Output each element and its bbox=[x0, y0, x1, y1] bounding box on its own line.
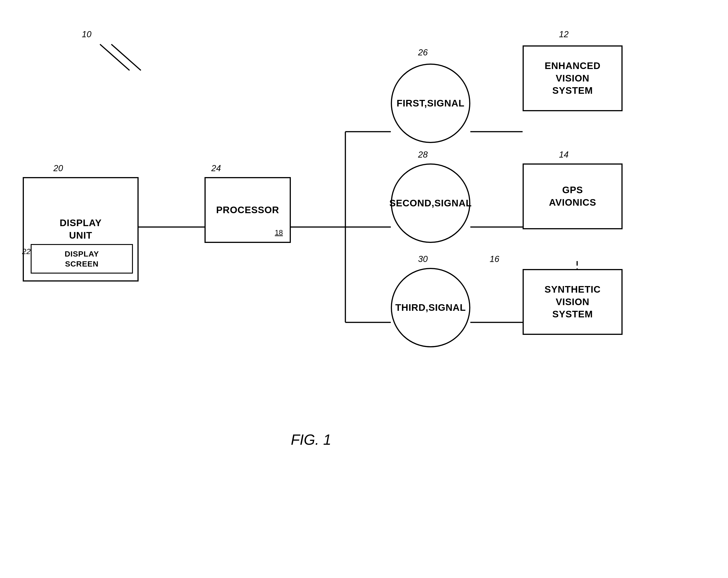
third-signal-label: THIRD,SIGNAL bbox=[395, 302, 466, 314]
ref-24: 24 bbox=[211, 163, 221, 173]
second-signal-circle: SECOND,SIGNAL bbox=[391, 163, 470, 243]
ref-14: 14 bbox=[559, 150, 569, 160]
svg-line-2 bbox=[111, 44, 141, 71]
figure-label: FIG. 1 bbox=[291, 431, 331, 448]
gps-avionics-box: GPSAVIONICS bbox=[523, 163, 623, 229]
display-screen-box: DISPLAYSCREEN bbox=[31, 244, 133, 274]
ref-28: 28 bbox=[418, 150, 427, 160]
ref-18-inner: 18 bbox=[275, 228, 283, 237]
ref-30: 30 bbox=[418, 254, 427, 264]
ref-12: 12 bbox=[559, 29, 569, 39]
svg-line-1 bbox=[100, 44, 130, 71]
synthetic-vision-label: SYNTHETICVISIONSYSTEM bbox=[544, 283, 600, 321]
third-signal-circle: THIRD,SIGNAL bbox=[391, 268, 470, 347]
first-signal-label: FIRST,SIGNAL bbox=[396, 97, 464, 110]
display-unit-box: DISPLAYUNIT 22 DISPLAYSCREEN bbox=[23, 177, 138, 281]
ref-22: 22 bbox=[22, 247, 31, 256]
ref-26: 26 bbox=[418, 48, 427, 57]
ref-20: 20 bbox=[53, 163, 63, 173]
display-screen-label: DISPLAYSCREEN bbox=[64, 249, 99, 269]
display-unit-label: DISPLAYUNIT bbox=[59, 217, 102, 242]
enhanced-vision-box: ENHANCEDVISIONSYSTEM bbox=[523, 46, 623, 111]
gps-avionics-label: GPSAVIONICS bbox=[549, 184, 596, 209]
second-signal-label: SECOND,SIGNAL bbox=[389, 197, 472, 210]
ref-16: 16 bbox=[490, 254, 499, 264]
synthetic-vision-box: SYNTHETICVISIONSYSTEM bbox=[523, 269, 623, 335]
first-signal-circle: FIRST,SIGNAL bbox=[391, 63, 470, 143]
processor-box: PROCESSOR 18 bbox=[205, 177, 291, 243]
processor-label: PROCESSOR bbox=[216, 204, 279, 216]
diagram: 10 20 DISPLAYUNIT 22 DISPLAYSCREEN 24 PR… bbox=[0, 0, 728, 578]
ref-10: 10 bbox=[82, 29, 92, 39]
enhanced-vision-label: ENHANCEDVISIONSYSTEM bbox=[545, 60, 600, 97]
